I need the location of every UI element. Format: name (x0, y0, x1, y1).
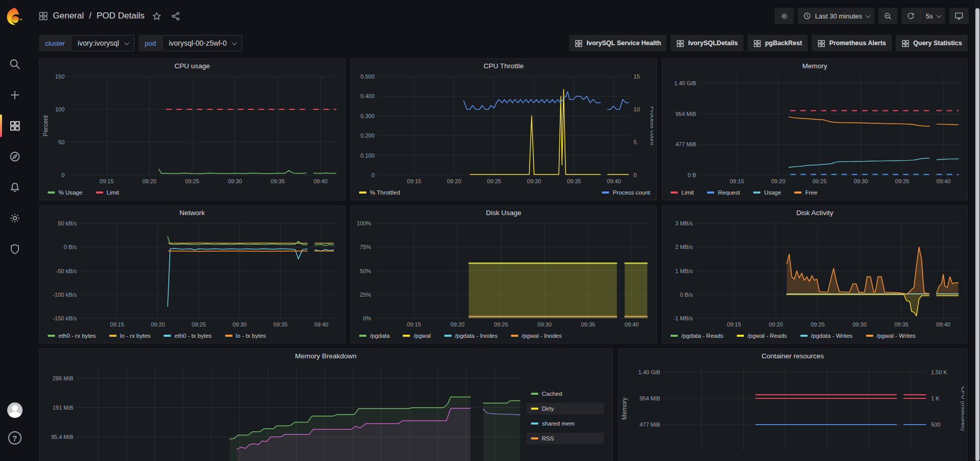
sidebar-item-configuration[interactable] (0, 203, 29, 234)
apps-icon (575, 40, 582, 47)
panel-title[interactable]: Network (40, 206, 345, 219)
legend-item-pgwal-inodes[interactable]: /pgwal - Inodes (509, 332, 564, 340)
help-icon[interactable]: ? (8, 431, 22, 445)
panel-title[interactable]: Memory (662, 59, 967, 72)
panel-title[interactable]: Memory Breakdown (40, 349, 612, 362)
panel-legend: /pgdata - Reads/pgwal - Reads/pgdata - W… (662, 331, 967, 343)
variable-cluster-label[interactable]: cluster (39, 35, 71, 51)
link-ivorysql-service-health[interactable]: IvorySQL Service Health (569, 35, 667, 51)
variable-pod-select[interactable]: ivorysql-00-z5wl-0 (162, 35, 242, 51)
chart-canvas[interactable]: 09:1509:2009:2509:3009:3509:40050100150P… (42, 72, 342, 186)
breadcrumb-section[interactable]: General (53, 11, 84, 21)
panel-title[interactable]: CPU usage (40, 59, 345, 72)
svg-text:09:25: 09:25 (487, 178, 501, 184)
legend-item-usage[interactable]: % Usage (46, 188, 85, 197)
legend-label: /pgdata - Writes (811, 333, 853, 339)
legend-item-limit[interactable]: Limit (669, 188, 696, 197)
panel-title[interactable]: Disk Usage (351, 206, 656, 219)
svg-text:09:25: 09:25 (192, 321, 206, 328)
legend-item-eth0-rx-bytes[interactable]: eth0 - rx bytes (46, 332, 98, 340)
link-label: Prometheus Alerts (829, 40, 886, 47)
legend-item-lo-tx-bytes[interactable]: lo - tx bytes (223, 332, 268, 340)
refresh-icon (907, 12, 915, 20)
time-range-picker[interactable]: Last 30 minutes (798, 8, 874, 24)
kiosk-mode-button[interactable] (949, 8, 969, 24)
svg-text:09:40: 09:40 (936, 321, 951, 328)
panel-cpu-usage: CPU usage09:1509:2009:2509:3009:3509:400… (39, 59, 345, 200)
sidebar-item-explore[interactable] (0, 141, 29, 172)
panel-body: 09:1509:2009:2509:3009:3509:400 B477 MiB… (662, 72, 967, 187)
legend-swatch (48, 335, 55, 337)
legend-item-usage[interactable]: Usage (751, 188, 783, 197)
zoom-out-button[interactable] (878, 8, 897, 24)
variable-cluster-select[interactable]: ivory:ivorysql (71, 35, 134, 51)
svg-text:09:30: 09:30 (527, 178, 541, 184)
chart-canvas[interactable]: 09:1509:2009:2509:3009:3509:400 B477 MiB… (664, 72, 964, 186)
legend-swatch (671, 191, 678, 194)
scrollbar-thumb[interactable] (975, 8, 979, 461)
svg-text:09:35: 09:35 (581, 321, 595, 328)
panel-title[interactable]: Container resources (618, 349, 967, 362)
svg-text:09:35: 09:35 (273, 321, 288, 328)
sidebar-item-create[interactable] (0, 80, 29, 110)
legend-item-pgdata[interactable]: /pgdata (357, 332, 391, 340)
legend-item-throttled[interactable]: % Throttled (357, 188, 402, 197)
link-pgbackrest[interactable]: pgBackRest (748, 35, 808, 51)
chart-canvas[interactable]: 09:1509:2009:2509:3009:3509:4000.1000.20… (353, 72, 653, 186)
panel-legend: /pgdata/pgwal/pgdata - Inodes/pgwal - In… (351, 331, 656, 343)
legend-item-pgdata-reads[interactable]: /pgdata - Reads (669, 332, 726, 340)
svg-text:15: 15 (634, 73, 640, 80)
legend-item-pgwal-reads[interactable]: /pgwal - Reads (735, 332, 789, 340)
dashboard-settings-button[interactable] (775, 8, 794, 24)
chart-canvas[interactable]: 477 MiB954 MiB1.40 GiB5001 K1.50 KMemory… (620, 362, 964, 461)
legend-item-eth0-tx-bytes[interactable]: eth0 - tx bytes (162, 332, 213, 340)
breadcrumb-page[interactable]: POD Details (96, 11, 145, 21)
legend-swatch (48, 191, 55, 194)
svg-text:477 MiB: 477 MiB (675, 141, 696, 147)
legend-item-process-count[interactable]: Process count (600, 188, 652, 197)
chart-canvas[interactable]: 95.4 MiB191 MiB286 MiB (42, 362, 527, 461)
legend-item-rss[interactable]: RSS (527, 433, 604, 444)
sidebar-item-dashboards[interactable] (0, 110, 29, 141)
link-ivorysqldetails[interactable]: IvorySQLDetails (671, 35, 743, 51)
link-query-statistics[interactable]: Query Statistics (896, 35, 968, 51)
svg-text:09:20: 09:20 (771, 178, 786, 184)
legend-item-pgwal-writes[interactable]: /pgwal - Writes (864, 332, 918, 340)
svg-text:09:15: 09:15 (730, 178, 744, 184)
refresh-interval-picker[interactable]: 5s (920, 8, 945, 24)
star-icon[interactable] (152, 11, 162, 21)
legend-item-pgwal[interactable]: /pgwal (401, 332, 433, 340)
gear-icon (780, 12, 789, 21)
refresh-button[interactable] (901, 8, 920, 24)
chart-canvas[interactable]: 09:1509:2009:2509:3009:3509:4050 kB/s0 B… (42, 219, 342, 330)
shield-icon (9, 243, 21, 255)
legend-item-dirty[interactable]: Dirty (527, 403, 604, 414)
sidebar-item-search[interactable] (0, 49, 29, 80)
sidebar-item-server-admin[interactable] (0, 234, 29, 264)
svg-text:09:40: 09:40 (314, 321, 328, 328)
svg-text:09:25: 09:25 (494, 321, 508, 328)
legend-item-cached[interactable]: Cached (527, 388, 604, 399)
share-icon[interactable] (171, 11, 181, 21)
legend-item-request[interactable]: Request (705, 188, 742, 197)
variable-pod-label[interactable]: pod (139, 35, 162, 51)
panel-title[interactable]: Disk Activity (662, 206, 967, 219)
legend-item-limit[interactable]: Limit (94, 188, 121, 197)
svg-text:09:20: 09:20 (151, 321, 165, 328)
chart-canvas[interactable]: 09:1509:2009:2509:3009:3509:400%25%50%75… (353, 219, 653, 330)
svg-text:09:20: 09:20 (447, 178, 461, 184)
svg-text:09:30: 09:30 (228, 178, 242, 184)
link-prometheus-alerts[interactable]: Prometheus Alerts (812, 35, 892, 51)
user-avatar[interactable] (7, 402, 23, 418)
legend-item-shared-mem[interactable]: shared mem (527, 418, 604, 429)
legend-item-lo-rx-bytes[interactable]: lo - rx bytes (107, 332, 152, 340)
legend-item-pgdata-writes[interactable]: /pgdata - Writes (798, 332, 855, 340)
panel-disk-activity: Disk Activity09:1509:2009:2509:3009:3509… (662, 205, 968, 343)
legend-item-free[interactable]: Free (792, 188, 819, 197)
sidebar-item-alerting[interactable] (0, 172, 29, 203)
page-scrollbar[interactable] (975, 0, 980, 461)
panel-title[interactable]: CPU Throttle (351, 59, 656, 72)
chart-canvas[interactable]: 09:1509:2009:2509:3009:3509:403 MB/s2 MB… (664, 219, 964, 330)
legend-item-pgdata-inodes[interactable]: /pgdata - Inodes (442, 332, 500, 340)
grafana-logo[interactable] (5, 7, 25, 26)
